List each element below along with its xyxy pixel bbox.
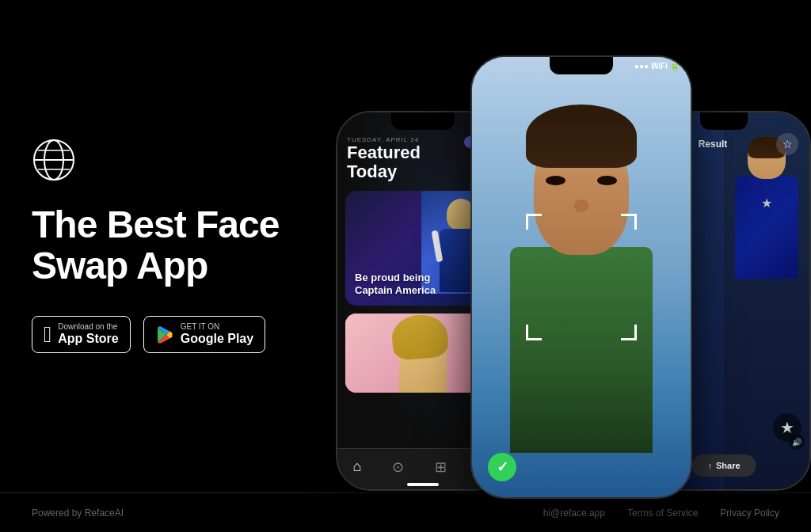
phone2-status-icons: ●●● WiFi 🔋	[634, 62, 680, 70]
scan-corner-br	[621, 325, 637, 340]
google-play-icon	[155, 325, 174, 344]
google-play-button[interactable]: GET IT ON Google Play	[143, 316, 265, 353]
phone3-notch	[700, 112, 748, 130]
footer: Powered by RefaceAI hi@reface.app Terms …	[0, 492, 811, 532]
phone2-screen: ✓	[472, 57, 691, 497]
page-headline: The Best Face Swap App	[32, 204, 301, 288]
apple-icon: 	[44, 324, 51, 346]
hero-section: The Best Face Swap App  Download on the…	[0, 0, 301, 491]
app-store-sub-label: Download on the	[58, 323, 118, 331]
scan-corner-bl	[526, 325, 542, 340]
nav-search-icon[interactable]: ⊙	[392, 458, 404, 476]
share-button[interactable]: ↑ Share	[691, 454, 756, 477]
result-right-panel: ★ 🔊 ★	[724, 112, 809, 489]
scan-corner-tr	[621, 214, 637, 230]
footer-terms-link[interactable]: Terms of Service	[627, 507, 698, 519]
scan-corner-tl	[526, 214, 542, 230]
phone-camera: ●●● WiFi 🔋	[470, 55, 692, 499]
app-store-button[interactable]:  Download on the App Store	[32, 316, 131, 353]
footer-privacy-link[interactable]: Privacy Policy	[720, 507, 779, 519]
nav-indicator	[407, 483, 439, 486]
google-play-main-label: Google Play	[181, 331, 253, 346]
footer-links: hi@reface.app Terms of Service Privacy P…	[543, 507, 779, 519]
app-store-main-label: App Store	[58, 331, 118, 346]
share-icon: ↑	[707, 461, 712, 470]
check-circle: ✓	[488, 453, 516, 481]
footer-email[interactable]: hi@reface.app	[543, 507, 605, 519]
result-label: Result	[699, 139, 728, 150]
headline-line2: Swap App	[32, 245, 208, 287]
google-play-sub-label: GET IT ON	[181, 323, 253, 331]
nav-home-icon[interactable]: ⌂	[352, 458, 361, 475]
headline-line1: The Best Face	[32, 203, 279, 245]
phone2-status: ●●● WiFi 🔋	[483, 62, 680, 70]
store-buttons-group:  Download on the App Store GET IT ON Go…	[32, 316, 301, 353]
globe-icon	[32, 138, 76, 182]
captain-star-badge: ★	[773, 413, 801, 442]
nav-swap-icon[interactable]: ⊞	[435, 458, 447, 476]
phones-section: TUESDAY, APRIL 24 Featured Today PRO Be …	[288, 0, 811, 507]
powered-by-label: Powered by RefaceAI	[32, 507, 124, 519]
phone1-notch	[391, 112, 455, 130]
star-button[interactable]: ☆	[776, 133, 798, 155]
phone1-section-title: Featured Today	[347, 143, 464, 181]
card1-text: Be proud being Captain America	[355, 272, 436, 296]
scan-frame	[526, 214, 637, 340]
